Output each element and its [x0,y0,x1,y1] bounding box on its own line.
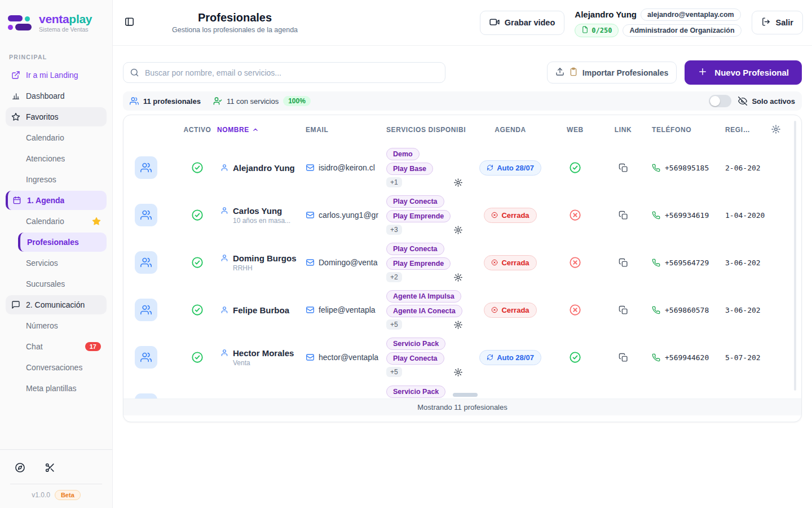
star-icon [11,112,20,121]
row-settings-button[interactable] [453,273,463,282]
active-status-icon[interactable] [191,161,204,174]
row-settings-button[interactable] [453,178,463,187]
horizontal-scrollbar[interactable] [453,393,478,397]
col-header-agenda[interactable]: AGENDA [476,126,544,134]
vertical-scrollbar[interactable] [794,121,796,391]
phone-icon [652,259,660,267]
star-icon [92,217,101,226]
service-tag: Demo [386,148,420,160]
sidebar-item-2-comunicacion[interactable]: 2. Comunicación [6,295,107,314]
sidebar-item-meta-plantillas[interactable]: Meta plantillas [6,379,107,398]
professional-email: hector@ventapla [319,353,378,362]
mail-icon [306,305,315,314]
sidebar-item-conversaciones[interactable]: Conversaciones [6,358,107,377]
active-status-icon[interactable] [191,256,204,269]
row-avatar[interactable] [135,204,157,226]
sidebar-item-ir-a-mi-landing[interactable]: Ir a mi Landing [6,65,107,85]
sidebar-item-calendario[interactable]: Calendario [6,212,107,231]
web-status-icon[interactable] [569,304,581,316]
professionals-count: 11 profesionales [143,97,201,106]
web-status-icon[interactable] [569,351,581,364]
sidebar-item-1-agenda[interactable]: 1. Agenda [6,191,107,210]
copy-link-button[interactable] [619,163,628,173]
import-professionals-button[interactable]: Importar Profesionales [547,62,677,84]
sidebar-item-profesionales[interactable]: Profesionales [18,233,107,252]
copy-link-button[interactable] [619,258,628,268]
sidebar-footer: v1.0.0 Beta [0,449,112,508]
brand-logo-icon [8,14,34,33]
record-video-button[interactable]: Grabar video [480,11,564,35]
copy-link-button[interactable] [619,211,628,220]
sidebar-item-calendario[interactable]: Calendario [6,128,107,147]
only-active-toggle[interactable] [709,95,731,107]
sidebar-section-label: PRINCIPAL [6,49,107,64]
new-professional-button[interactable]: Nuevo Profesional [685,60,802,85]
row-settings-button[interactable] [453,367,463,377]
gear-icon [453,178,463,187]
search-input[interactable] [123,62,445,83]
web-status-icon[interactable] [569,161,581,174]
sidebar-item-label: Profesionales [27,238,79,247]
sidebar-item-dashboard[interactable]: Dashboard [6,86,107,106]
sidebar-item-label: 2. Comunicación [26,300,85,309]
web-status-icon[interactable] [569,256,581,269]
sidebar-item-numeros[interactable]: Números [6,316,107,335]
phone-number: +569564729 [665,259,709,267]
x-circle-icon [491,306,498,313]
column-settings-button[interactable] [771,124,781,136]
table-row: Alejandro Yungisidro@keiron.clDemoPlay B… [123,144,801,191]
sidebar-item-chat[interactable]: Chat17 [6,337,107,356]
row-settings-button[interactable] [453,225,463,235]
col-header-email[interactable]: EMAIL [302,126,386,134]
row-avatar[interactable] [135,156,157,179]
copy-link-button[interactable] [619,305,628,315]
active-status-icon[interactable] [191,304,204,316]
web-status-icon[interactable] [569,209,581,221]
active-status-icon[interactable] [191,351,204,364]
check-circle-icon [191,304,204,316]
external-link-icon [11,71,20,80]
row-settings-button[interactable] [453,320,463,330]
service-tag: Play Conecta [386,243,444,255]
mail-icon [306,163,315,172]
sidebar-item-favoritos[interactable]: Favoritos [6,107,107,126]
col-header-activo[interactable]: ACTIVO [178,126,217,134]
sidebar-item-label: Ingresos [26,175,56,184]
copy-icon [619,258,628,268]
col-header-nombre[interactable]: NOMBRE [217,126,302,134]
service-tag: Play Conecta [386,352,444,365]
gear-icon [453,225,463,235]
col-header-web[interactable]: WEB [544,126,606,134]
users-icon [140,257,152,268]
compass-button[interactable] [12,460,28,477]
sidebar-item-servicios[interactable]: Servicios [6,253,107,273]
compass-icon [15,462,25,473]
row-avatar[interactable] [135,346,157,369]
col-header-regi[interactable]: REGI… [719,126,801,134]
col-header-telefono[interactable]: TELÉFONO [640,126,719,134]
service-tag: Servicio Pack [386,338,445,350]
sidebar-item-label: Números [26,321,58,330]
sidebar-item-label: 1. Agenda [27,196,64,205]
professional-email: isidro@keiron.cl [319,163,375,172]
sidebar-item-sucursales[interactable]: Sucursales [6,274,107,294]
row-avatar[interactable] [135,393,157,398]
chat-unread-badge: 17 [85,342,101,351]
row-avatar[interactable] [135,251,157,274]
sidebar-item-ingresos[interactable]: Ingresos [6,170,107,189]
logout-button[interactable]: Salir [752,11,803,34]
col-header-servicios-disponibi[interactable]: SERVICIOS DISPONIBI [386,126,476,134]
agenda-status-pill: Cerrada [484,255,536,270]
phone-icon [652,211,660,220]
col-header-label: NOMBRE [217,126,249,134]
professional-name: Doming Burgos [233,253,297,263]
professional-subtitle: RRHH [220,264,253,272]
row-avatar[interactable] [135,299,157,321]
sidebar-item-atenciones[interactable]: Atenciones [6,149,107,168]
scissors-button[interactable] [42,460,58,477]
video-icon [489,17,500,27]
copy-link-button[interactable] [619,353,628,362]
col-header-link[interactable]: LINK [606,126,640,134]
sidebar-collapse-button[interactable] [122,14,137,31]
active-status-icon[interactable] [191,209,204,221]
